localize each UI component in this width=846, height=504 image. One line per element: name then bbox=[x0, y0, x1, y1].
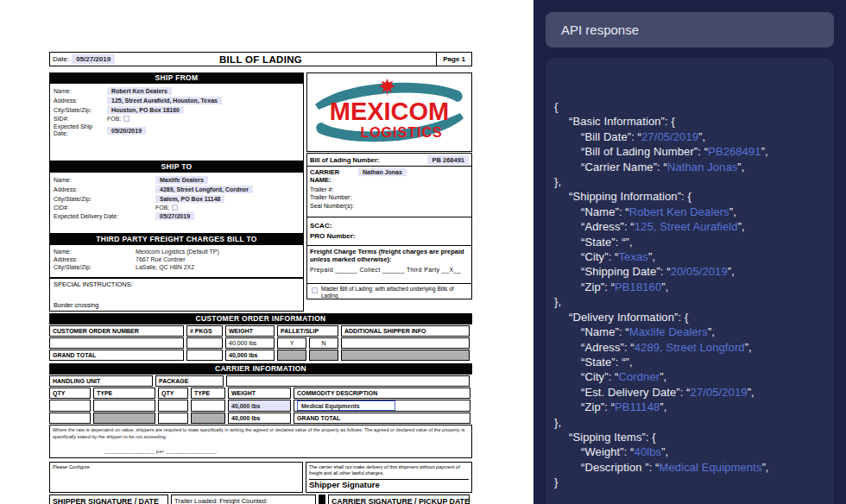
bill-of-lading-document: BILL OF LADING Date: 05/27/2019 Page 1 S… bbox=[49, 52, 472, 504]
gray-cell bbox=[341, 350, 470, 361]
col-qty-2: QTY bbox=[158, 387, 188, 399]
order-number-cell bbox=[49, 337, 184, 349]
scac-label: SCAC: bbox=[310, 222, 469, 230]
tp-csz-label: City/State/Zip: bbox=[54, 264, 136, 270]
master-bol-checkbox[interactable] bbox=[312, 287, 318, 293]
handling-unit-header: HANDLING UNIT bbox=[49, 375, 153, 387]
special-instructions-label: SPECIAL INSTRUCTIONS: bbox=[54, 280, 300, 288]
ship-to-name-value[interactable]: Maxlife Dealers bbox=[155, 176, 208, 184]
ship-from-csz-label: City/State/Zip: bbox=[54, 107, 107, 113]
col-qty-1: QTY bbox=[49, 387, 91, 399]
svg-text:LOGISTICS: LOGISTICS bbox=[360, 125, 442, 140]
date-value-highlight[interactable]: 05/27/2019 bbox=[72, 54, 115, 64]
json-line: “Description ”: “Medical Equipments”, bbox=[554, 460, 827, 475]
carrier-information-header: CARRIER INFORMATION bbox=[49, 363, 472, 375]
ship-to-address-label: Address: bbox=[54, 186, 155, 192]
json-line: “Zip”: “PB18160”, bbox=[554, 280, 827, 294]
master-bol-box: Master Bill of Lading: with attached und… bbox=[306, 283, 472, 299]
col-weight-2: WEIGHT bbox=[228, 387, 291, 399]
commodity-description-value[interactable]: Medical Equipments bbox=[297, 400, 395, 411]
json-line: “Bill of Lading Number”: “PB268491”, bbox=[554, 144, 827, 159]
document-header-row: BILL OF LADING Date: 05/27/2019 Page 1 bbox=[49, 52, 472, 66]
customer-order-header: CUSTOMER ORDER INFORMATION bbox=[49, 313, 472, 324]
freight-terms-heading: Freight Charge Terms (freight charges ar… bbox=[310, 248, 469, 264]
tp-address-label: Address: bbox=[54, 256, 136, 262]
total-weight-cell: 40,000 lbs bbox=[225, 350, 275, 361]
carrier-name-label: CARRIER NAME: bbox=[310, 168, 355, 184]
pallet-yes-cell: Y bbox=[277, 337, 306, 349]
ship-to-name-label: Name: bbox=[54, 177, 155, 183]
third-party-header: THIRD PARTY FREIGHT CHARGES BILL TO bbox=[49, 234, 304, 245]
gray-cell bbox=[277, 350, 306, 361]
pkgs-cell bbox=[186, 337, 223, 349]
mexicom-logo-graphic: MEXICOM LOGISTICS bbox=[312, 75, 467, 149]
json-line: “Est. Delivery Date”: “27/05/2019”, bbox=[554, 385, 827, 400]
bol-number-label: Bill of Lading Number: bbox=[310, 156, 379, 164]
total-pkgs-cell bbox=[186, 350, 223, 361]
trailer-number-label: Trailer Number: bbox=[310, 194, 469, 200]
bol-number-row: Bill of Lading Number: PB 268491 bbox=[306, 153, 472, 167]
footer-divider bbox=[319, 495, 325, 504]
json-value: 40lbs bbox=[634, 445, 662, 458]
api-response-title: API response bbox=[561, 22, 639, 37]
json-body: {“Basic Information”: {“Bill Date”: “27/… bbox=[554, 99, 827, 490]
gray-cell bbox=[191, 413, 225, 424]
json-line: “City”: “Cordner”, bbox=[554, 369, 827, 384]
bol-number-value[interactable]: PB 268491 bbox=[427, 155, 469, 165]
ship-to-csz-label: City/State/Zip: bbox=[54, 196, 155, 202]
trailer-label: Trailer #: bbox=[310, 186, 469, 192]
json-value: Medical Equipments bbox=[660, 461, 762, 474]
ship-from-header: SHIP FROM bbox=[49, 72, 304, 84]
ship-from-name-value[interactable]: Robert Ken Dealers bbox=[107, 87, 172, 95]
json-value: Robert Ken Dealers bbox=[629, 205, 729, 218]
weight-cell: 40,000 lbs bbox=[225, 337, 275, 349]
ship-to-csz-value[interactable]: Salem, PO Box 11148 bbox=[155, 195, 224, 203]
ship-date-label: Expected Ship Date: bbox=[54, 123, 107, 137]
json-line: } bbox=[554, 475, 827, 489]
json-value: PB268491 bbox=[708, 145, 761, 158]
json-line: “Adress”: “4289, Street Longford”, bbox=[554, 340, 827, 355]
ship-from-address-label: Address: bbox=[54, 98, 107, 104]
additional-info-cell bbox=[341, 337, 470, 349]
col-additional-shipper-info: ADDITIONAL SHIPPER INFO bbox=[341, 325, 470, 337]
json-line: “Zip”: “PB11148”, bbox=[554, 400, 827, 414]
date-label: Date: bbox=[53, 55, 69, 63]
ship-to-cid-label: CID#: bbox=[54, 205, 155, 211]
fob-checkbox[interactable] bbox=[172, 205, 178, 211]
ship-from-address-value[interactable]: 125, Street Aurafield, Houston, Texas bbox=[107, 97, 222, 104]
json-line: “Shipping Information”: { bbox=[554, 189, 827, 204]
per-line: ________________ per ________________. bbox=[104, 449, 469, 456]
json-value: 4289, Street Longford bbox=[634, 341, 745, 354]
json-line: “Delivery Information”: { bbox=[554, 310, 827, 324]
package-header: PACKAGE bbox=[155, 375, 224, 387]
col-pallet-slip: PALLET/SLIP bbox=[277, 325, 338, 337]
ship-from-sid-label: SID#: bbox=[54, 116, 107, 122]
json-line: { bbox=[554, 99, 827, 114]
gray-cell bbox=[93, 413, 155, 424]
json-line: “Sipping Items”: { bbox=[554, 430, 827, 444]
api-response-card: {“Basic Information”: {“Bill Date”: “27/… bbox=[546, 58, 834, 504]
ship-from-csz-value[interactable]: Houston, PO Box 18160 bbox=[107, 106, 184, 114]
carrier-name-value[interactable]: Nathan Jonas bbox=[358, 168, 407, 176]
delivery-date-label: Expected Delivery Date: bbox=[54, 213, 155, 219]
carrier-weight-value[interactable]: 40,000 lbs bbox=[228, 400, 291, 412]
json-value: 125, Street Aurafield bbox=[634, 220, 738, 233]
ship-to-fob-label: FOB: bbox=[155, 205, 169, 211]
special-instructions-value: Border crossing bbox=[54, 301, 300, 309]
json-line: }, bbox=[554, 294, 827, 309]
ship-from-name-label: Name: bbox=[54, 88, 107, 94]
tp-address-value: 7667 Rue Cordner bbox=[136, 256, 186, 262]
delivery-date-value[interactable]: 05/27/2019 bbox=[155, 212, 194, 220]
json-line: “Adress”: “125, Street Aurafield”, bbox=[554, 219, 827, 234]
ship-to-section: Name: Maxlife Dealers Address: 4289, Str… bbox=[49, 173, 304, 234]
freight-terms-box: Freight Charge Terms (freight charges ar… bbox=[306, 245, 472, 284]
fob-checkbox[interactable] bbox=[123, 116, 129, 122]
ship-date-value[interactable]: 05/20/2019 bbox=[107, 127, 146, 135]
type-cell bbox=[191, 400, 225, 412]
api-response-header[interactable]: API response bbox=[546, 12, 834, 47]
tp-csz-value: LaSalle, QC H8N 2X2 bbox=[136, 264, 194, 270]
gray-cell bbox=[309, 350, 338, 361]
ship-to-address-value[interactable]: 4289, Street Longford, Cordner bbox=[155, 186, 253, 193]
spacer-header-cell bbox=[226, 375, 470, 387]
json-value: 27/05/2019 bbox=[691, 386, 748, 399]
